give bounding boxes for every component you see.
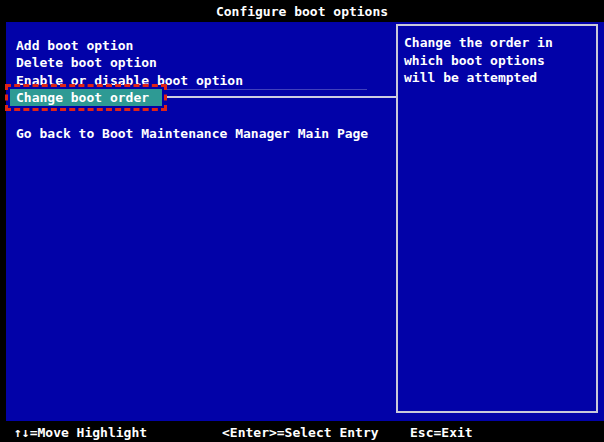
title-bar: Configure boot options bbox=[0, 0, 604, 22]
menu-item-enable-disable-boot-option[interactable]: Enable or disable boot option bbox=[16, 72, 243, 89]
menu-item-add-boot-option[interactable]: Add boot option bbox=[16, 37, 133, 54]
help-text-line: will be attempted bbox=[404, 69, 596, 87]
bios-screen: { "title": "Configure boot options", "me… bbox=[0, 0, 604, 442]
menu-item-change-boot-order[interactable]: Change boot order bbox=[10, 89, 162, 106]
selection-connector-line-faint bbox=[167, 89, 367, 90]
selection-connector-line bbox=[167, 96, 396, 98]
menu-item-go-back-main-page[interactable]: Go back to Boot Maintenance Manager Main… bbox=[16, 125, 368, 142]
main-area: Add boot option Delete boot option Enabl… bbox=[6, 22, 604, 421]
page-title: Configure boot options bbox=[216, 4, 388, 19]
menu-item-delete-boot-option[interactable]: Delete boot option bbox=[16, 54, 157, 71]
footer-hint-esc-exit: Esc=Exit bbox=[410, 424, 473, 441]
help-text-line: which boot options bbox=[404, 52, 596, 70]
footer-hint-move-highlight: ↑↓=Move Highlight bbox=[14, 424, 147, 441]
help-panel: Change the order in which boot options w… bbox=[396, 24, 598, 413]
footer-hint-bar: ↑↓=Move Highlight <Enter>=Select Entry E… bbox=[0, 421, 604, 442]
footer-hint-select-entry: <Enter>=Select Entry bbox=[222, 424, 379, 441]
help-text-line: Change the order in bbox=[404, 34, 596, 52]
